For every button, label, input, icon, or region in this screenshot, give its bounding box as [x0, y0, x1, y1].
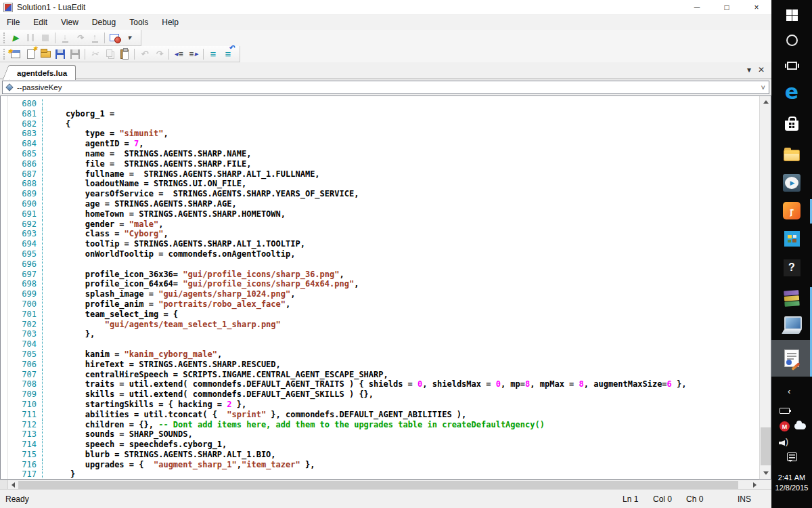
taskbar-luaedit-button[interactable] [771, 343, 812, 374]
taskbar-clock[interactable]: 2:41 AM 12/8/2015 [771, 473, 812, 493]
taskbar-uc-browser-button[interactable] [771, 200, 812, 221]
hidden-icons-chevron[interactable]: ‹ [788, 386, 790, 396]
new-file-button[interactable] [23, 47, 38, 62]
volume-icon[interactable] [779, 438, 791, 447]
code-line[interactable]: 687 fullname = STRINGS.AGENTS.SHARP.ALT_… [8, 169, 759, 179]
code-line[interactable]: 693 class = "Cyborg", [8, 229, 759, 239]
code-line[interactable]: 703 }, [8, 329, 759, 339]
run-button[interactable] [8, 30, 23, 45]
code-line[interactable]: 685 name = STRINGS.AGENTS.SHARP.NAME, [8, 149, 759, 159]
code-lines[interactable]: 680681 cyborg_1 =682 {683 type = "simuni… [8, 96, 759, 479]
toolbar-grip[interactable] [3, 49, 6, 60]
tab-close-icon[interactable]: ✕ [758, 65, 765, 75]
breakpoints-button[interactable] [107, 30, 122, 45]
code-line[interactable]: 692 gender = "male", [8, 219, 759, 230]
code-line[interactable]: 681 cyborg_1 = [8, 109, 759, 119]
code-line[interactable]: 706 hireText = STRINGS.AGENTS.SHARP.RESC… [8, 360, 759, 370]
code-line[interactable]: 690 age = STRINGS.AGENTS.SHARP.AGE, [8, 199, 759, 209]
code-line[interactable]: 688 loadoutName = STRINGS.UI.ON_FILE, [8, 179, 759, 189]
vertical-scroll-thumb[interactable] [761, 427, 771, 465]
maximize-button[interactable]: □ [712, 0, 742, 15]
code-line[interactable]: 716 upgrades = { "augment_sharp_1","item… [8, 460, 759, 470]
wifi-icon[interactable] [794, 405, 804, 415]
taskbar-edge-button[interactable]: e [771, 80, 812, 104]
minimize-button[interactable]: ─ [682, 0, 712, 15]
menu-tools[interactable]: Tools [122, 15, 155, 30]
chevron-down-icon[interactable]: ˅ [761, 83, 765, 91]
code-line[interactable]: 697 profile_icon_36x36= "gui/profile_ico… [8, 270, 759, 280]
code-line[interactable]: 709 skills = util.extend( commondefs.DEF… [8, 389, 759, 400]
battery-icon[interactable] [780, 408, 790, 414]
code-line[interactable]: 713 sounds = SHARP_SOUNDS, [8, 429, 759, 440]
code-text: file = STRINGS.AGENTS.SHARP.FILE, [42, 159, 251, 169]
taskbar-winrar-button[interactable] [771, 289, 812, 309]
code-line[interactable]: 683 type = "simunit", [8, 129, 759, 139]
scroll-right-button[interactable] [750, 480, 759, 490]
code-line[interactable]: 707 centralHireSpeech = SCRIPTS.INGAME.C… [8, 370, 759, 380]
action-center-icon[interactable] [787, 452, 797, 461]
dropdown-button[interactable] [122, 30, 137, 45]
paste-button[interactable] [117, 47, 132, 62]
code-line[interactable]: 705 kanim = "kanim_cyborg_male", [8, 350, 759, 360]
code-line[interactable]: 714 speech = speechdefs.cyborg_1, [8, 440, 759, 450]
outdent-button[interactable] [171, 47, 186, 62]
close-button[interactable]: × [742, 0, 771, 15]
code-line[interactable]: 686 file = STRINGS.AGENTS.SHARP.FILE, [8, 159, 759, 169]
code-line[interactable]: 711 abilities = util.tconcat( { "sprint"… [8, 410, 759, 420]
taskbar-task-view-button[interactable] [771, 57, 812, 75]
scroll-down-button[interactable] [760, 467, 771, 479]
stop-icon [42, 35, 49, 41]
code-line[interactable]: 682 { [8, 119, 759, 129]
code-line[interactable]: 698 profile_icon_64x64= "gui/profile_ico… [8, 279, 759, 289]
menu-file[interactable]: File [0, 15, 26, 30]
scroll-left-button[interactable] [8, 480, 18, 490]
code-editor[interactable]: 680681 cyborg_1 =682 {683 type = "simuni… [0, 96, 771, 480]
code-line[interactable]: 680 [8, 99, 759, 109]
code-line[interactable]: 717 } [8, 469, 759, 479]
code-line[interactable]: 712 children = {}, -- Dont add items her… [8, 420, 759, 430]
code-line[interactable]: 715 blurb = STRINGS.AGENTS.SHARP.ALT_1.B… [8, 450, 759, 460]
taskbar-game-button[interactable] [771, 229, 812, 248]
code-line[interactable]: 700 profile_anim = "portraits/robo_alex_… [8, 299, 759, 310]
code-line[interactable]: 699 splash_image = "gui/agents/sharp_102… [8, 289, 759, 299]
code-line[interactable]: 708 traits = util.extend( commondefs.DEF… [8, 379, 759, 389]
open-button[interactable] [38, 47, 53, 62]
code-line[interactable]: 689 yearsOfService = STRINGS.AGENTS.SHAR… [8, 189, 759, 199]
code-line[interactable]: 701 team_select_img = { [8, 310, 759, 320]
taskbar-file-explorer-button[interactable] [771, 145, 812, 165]
onedrive-icon[interactable] [794, 423, 806, 429]
function-navigator-combo[interactable]: --passiveKey ˅ [2, 81, 769, 94]
code-line[interactable]: 704 [8, 339, 759, 350]
menu-view[interactable]: View [54, 15, 85, 30]
taskbar-media-player-button[interactable] [771, 172, 812, 194]
scroll-up-button[interactable] [760, 96, 771, 108]
menu-edit[interactable]: Edit [26, 15, 54, 30]
toolbar-grip[interactable] [3, 33, 6, 43]
mega-icon[interactable]: M [780, 421, 790, 431]
horizontal-scrollbar[interactable] [0, 480, 759, 489]
menu-debug[interactable]: Debug [85, 15, 122, 30]
taskbar-cortana-button[interactable] [771, 31, 812, 49]
vertical-scrollbar[interactable] [759, 96, 771, 479]
code-line[interactable]: 696 [8, 259, 759, 270]
tab-list-dropdown-icon[interactable]: ▾ [747, 65, 751, 75]
code-line[interactable]: 702 "gui/agents/team_select_1_sharp.png" [8, 320, 759, 330]
horizontal-scroll-thumb[interactable] [18, 481, 738, 489]
comment-button[interactable] [206, 47, 221, 62]
indent-button[interactable] [186, 47, 201, 62]
new-solution-button[interactable] [8, 47, 23, 62]
tab-agentdefs-lua[interactable]: agentdefs.lua [9, 65, 76, 80]
line-number: 713 [8, 429, 42, 440]
code-line[interactable]: 684 agentID = 7, [8, 139, 759, 149]
code-line[interactable]: 694 toolTip = STRINGS.AGENTS.SHARP.ALT_1… [8, 239, 759, 249]
taskbar-start-button[interactable] [771, 5, 812, 24]
menu-help[interactable]: Help [155, 15, 185, 30]
taskbar-computer-button[interactable] [771, 314, 812, 337]
taskbar-unknown-app-button[interactable]: ? [771, 257, 812, 278]
code-line[interactable]: 691 homeTown = STRINGS.AGENTS.SHARP.HOME… [8, 209, 759, 219]
code-line[interactable]: 695 onWorldTooltip = commondefs.onAgentT… [8, 249, 759, 259]
code-line[interactable]: 710 startingSkills = { hacking = 2 }, [8, 400, 759, 410]
save-button[interactable] [53, 47, 68, 62]
uncomment-button[interactable] [221, 47, 235, 62]
taskbar-store-button[interactable] [771, 115, 812, 135]
